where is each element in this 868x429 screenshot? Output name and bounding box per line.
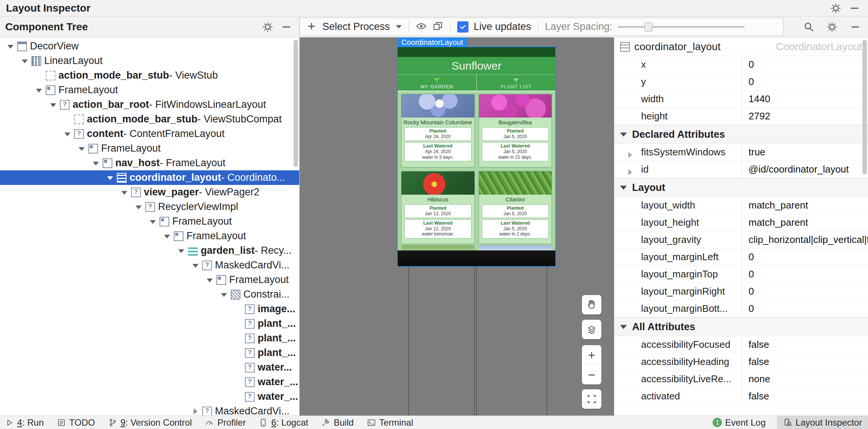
attributes-section-header[interactable]: All Attributes <box>614 317 868 336</box>
tree-expand-arrow[interactable] <box>61 127 74 141</box>
tree-expand-arrow[interactable] <box>161 229 174 243</box>
statusbar-todo[interactable]: TODO <box>57 416 95 429</box>
chevron-down-icon[interactable] <box>396 25 402 28</box>
section-collapse-arrow[interactable] <box>620 186 627 190</box>
view-options-eye-icon[interactable] <box>416 21 427 33</box>
tree-expand-arrow[interactable] <box>232 360 245 375</box>
section-collapse-arrow[interactable] <box>620 325 627 329</box>
attribute-value[interactable]: false <box>741 388 868 405</box>
statusbar-run[interactable]: 4: Run <box>4 416 44 429</box>
attribute-value[interactable]: false <box>741 336 868 353</box>
attribute-value[interactable]: match_parent <box>741 214 868 231</box>
zoom-fit-button[interactable] <box>582 389 601 409</box>
statusbar-layout-inspector[interactable]: Layout Inspector <box>777 416 868 429</box>
attribute-value[interactable]: none <box>741 371 868 387</box>
tree-expand-arrow[interactable] <box>47 98 60 112</box>
tree-node[interactable]: plant_... <box>0 331 299 346</box>
tree-expand-arrow[interactable] <box>104 171 117 185</box>
properties-hide-icon[interactable] <box>848 20 863 34</box>
attribute-value[interactable]: 0 <box>741 249 868 265</box>
layer-spacing-thumb[interactable] <box>644 22 653 31</box>
tree-expand-arrow[interactable] <box>189 404 202 416</box>
attribute-value[interactable]: 1440 <box>741 91 868 107</box>
attribute-value[interactable]: @id/coordinator_layout <box>741 161 868 178</box>
statusbar-profiler[interactable]: Profiler <box>204 416 246 429</box>
tree-node[interactable]: LinearLayout <box>0 54 299 68</box>
tree-expand-arrow[interactable] <box>33 69 46 83</box>
live-updates-checkbox[interactable] <box>457 21 468 33</box>
tree-expand-arrow[interactable] <box>61 112 74 127</box>
attribute-value[interactable]: clip_horizontal|clip_vertical|fil <box>741 231 868 248</box>
pan-button[interactable] <box>582 295 601 314</box>
tree-expand-arrow[interactable] <box>204 273 216 287</box>
layer-spacing-slider[interactable] <box>617 20 745 34</box>
attributes-section-header[interactable]: Declared Attributes <box>614 125 868 144</box>
statusbar-logcat[interactable]: 6: Logcat <box>258 416 308 429</box>
properties-gear-icon[interactable] <box>825 20 840 34</box>
tree-node[interactable]: image... <box>0 302 299 316</box>
attribute-value[interactable]: match_parent <box>741 197 868 214</box>
attribute-value[interactable]: 2792 <box>741 108 868 125</box>
tree-node[interactable]: MaskedCardVi... <box>0 258 299 273</box>
tree-node[interactable]: Constrai... <box>0 287 299 302</box>
tree-expand-arrow[interactable] <box>118 185 131 200</box>
search-icon[interactable] <box>801 20 816 34</box>
tree-node[interactable]: nav_host - FrameLayout <box>0 156 299 170</box>
tree-expand-arrow[interactable] <box>4 39 17 54</box>
load-overlay-icon[interactable] <box>432 21 443 33</box>
attribute-value[interactable]: 0 <box>741 300 868 317</box>
attribute-value[interactable]: 0 <box>741 73 868 90</box>
hide-window-icon[interactable] <box>847 1 862 15</box>
tree-expand-arrow[interactable] <box>90 156 103 170</box>
tree-expand-arrow[interactable] <box>76 142 88 156</box>
statusbar-version-control[interactable]: 9: Version Control <box>108 416 192 429</box>
attribute-value[interactable]: false <box>741 353 868 370</box>
tree-node[interactable]: view_pager - ViewPager2 <box>0 185 299 200</box>
tree-expand-arrow[interactable] <box>218 287 231 302</box>
attribute-value[interactable]: 0 <box>741 56 868 73</box>
device-screenshot[interactable]: Sunflower MY GARDEN PLANT LIST Rocky Mou… <box>398 47 555 266</box>
tree-node[interactable]: action_mode_bar_stub - ViewStubCompat <box>0 112 299 127</box>
tree-node[interactable]: garden_list - Recy... <box>0 243 299 258</box>
tree-node[interactable]: plant_... <box>0 316 299 331</box>
tree-expand-arrow[interactable] <box>232 317 245 331</box>
attribute-value[interactable]: 0 <box>741 283 868 300</box>
tree-node[interactable]: FrameLayout <box>0 229 299 243</box>
tree-expand-arrow[interactable] <box>232 390 245 404</box>
tree-node[interactable]: water_... <box>0 375 299 389</box>
tree-node[interactable]: water_... <box>0 389 299 404</box>
attributes-section-header[interactable]: Layout <box>614 178 868 197</box>
tree-node[interactable]: plant_... <box>0 346 299 360</box>
tree-hide-icon[interactable] <box>279 20 294 34</box>
section-collapse-arrow[interactable] <box>620 133 627 137</box>
tree-expand-arrow[interactable] <box>175 244 188 258</box>
tree-node[interactable]: FrameLayout <box>0 214 299 229</box>
tree-node[interactable]: action_mode_bar_stub - ViewStub <box>0 68 299 83</box>
tree-scrollbar[interactable] <box>294 40 298 167</box>
settings-gear-icon[interactable] <box>828 1 843 15</box>
zoom-out-button[interactable]: − <box>582 365 601 384</box>
tree-expand-arrow[interactable] <box>232 375 245 389</box>
tree-expand-arrow[interactable] <box>189 258 202 273</box>
select-process-dropdown[interactable]: Select Process <box>322 21 390 33</box>
tree-node[interactable]: action_bar_root - FitWindowsLinearLayout <box>0 97 299 112</box>
tree-expand-arrow[interactable] <box>232 346 245 360</box>
attribute-value[interactable]: true <box>741 144 868 161</box>
tree-expand-arrow[interactable] <box>133 200 145 214</box>
tree-node[interactable]: FrameLayout <box>0 141 299 156</box>
statusbar-event-log[interactable]: 1 Event Log <box>713 416 765 429</box>
tree-node[interactable]: water... <box>0 360 299 375</box>
layer-mode-button[interactable] <box>582 320 601 339</box>
zoom-in-button[interactable]: + <box>582 345 601 365</box>
tree-node[interactable]: FrameLayout <box>0 83 299 97</box>
tree-node[interactable]: DecorView <box>0 39 299 54</box>
device-view-panel[interactable]: CoordinatorLayout Sunflower MY GARDEN PL… <box>300 37 614 416</box>
tree-expand-arrow[interactable] <box>147 214 160 229</box>
tree-node[interactable]: FrameLayout <box>0 273 299 287</box>
tree-expand-arrow[interactable] <box>33 83 46 97</box>
properties-scrollbar[interactable] <box>862 40 867 174</box>
tree-node[interactable]: coordinator_layout - Coordinato... <box>0 170 299 185</box>
statusbar-terminal[interactable]: Terminal <box>367 416 413 429</box>
tree-expand-arrow[interactable] <box>232 302 245 316</box>
statusbar-build[interactable]: Build <box>321 416 353 429</box>
